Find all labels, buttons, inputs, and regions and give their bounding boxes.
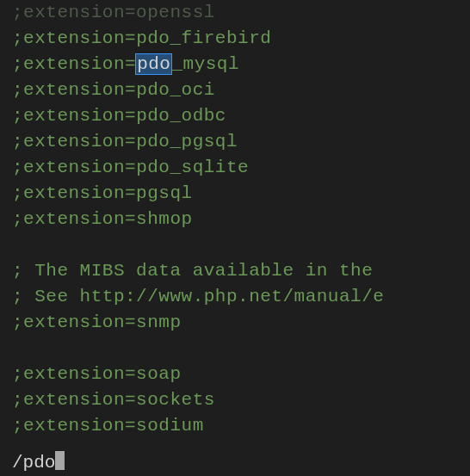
search-match-current: pdo (136, 54, 171, 74)
code-text: ;extension=soap (12, 364, 182, 384)
blank-line[interactable] (0, 336, 470, 362)
code-text: ;extension=sodium (12, 416, 204, 436)
search-query: pdo (23, 453, 56, 473)
code-line[interactable]: ;extension=pdo_firebird (0, 26, 470, 52)
code-text: ;extension= (12, 106, 136, 126)
code-line[interactable]: ;extension=pdo_pgsql (0, 129, 470, 155)
code-line[interactable]: ; See http://www.php.net/manual/e (0, 284, 470, 310)
code-text: ;extension= (12, 54, 136, 74)
code-line[interactable]: ;extension=pdo_mysql (0, 52, 470, 77)
code-text: pdo (136, 132, 170, 151)
code-text: _oci (170, 80, 214, 100)
code-text: ;extension= (12, 28, 136, 48)
code-text: _firebird (170, 28, 271, 48)
search-command-line[interactable]: /pdo (0, 450, 470, 476)
code-text: ;extension=openssl (12, 3, 215, 22)
code-line[interactable]: ;extension=snmp (0, 310, 470, 336)
code-text: ;extension=snmp (12, 312, 182, 332)
code-text: ;extension= (12, 80, 136, 100)
code-line[interactable]: ; The MIBS data available in the (0, 258, 470, 284)
code-line[interactable]: ;extension=sodium (0, 413, 470, 439)
code-editor[interactable]: ;extension=openssl ;extension=pdo_firebi… (0, 0, 470, 476)
text-cursor (55, 451, 65, 470)
code-text: pdo (136, 158, 170, 177)
code-text: pdo (136, 28, 170, 48)
code-line[interactable]: ;extension=pdo_odbc (0, 103, 470, 129)
code-text: _mysql (171, 54, 239, 74)
code-text: ;extension= (12, 132, 136, 151)
code-line[interactable]: ;extension=pdo_oci (0, 77, 470, 103)
code-line[interactable]: ;extension=soap (0, 362, 470, 387)
code-line[interactable]: ;extension=pgsql (0, 181, 470, 207)
code-text: _odbc (170, 106, 226, 126)
code-line[interactable]: ;extension=pdo_sqlite (0, 155, 470, 181)
code-line[interactable]: ;extension=shmop (0, 207, 470, 232)
blank-line[interactable] (0, 232, 470, 258)
code-text: ;extension=shmop (12, 209, 193, 229)
code-text: ;extension=sockets (12, 390, 215, 410)
code-line[interactable]: ;extension=openssl (0, 0, 470, 26)
code-text: pdo (136, 106, 170, 126)
code-text: ; See http://www.php.net/manual/e (12, 287, 384, 306)
code-text: ;extension=pgsql (12, 183, 193, 203)
code-text: ; The MIBS data available in the (12, 261, 384, 281)
code-text: _pgsql (170, 132, 238, 151)
code-text: pdo (136, 80, 170, 100)
code-line[interactable]: ;extension=sockets (0, 387, 470, 413)
search-prefix: / (12, 453, 23, 473)
code-text: ;extension= (12, 158, 136, 177)
code-text: _sqlite (170, 158, 249, 177)
